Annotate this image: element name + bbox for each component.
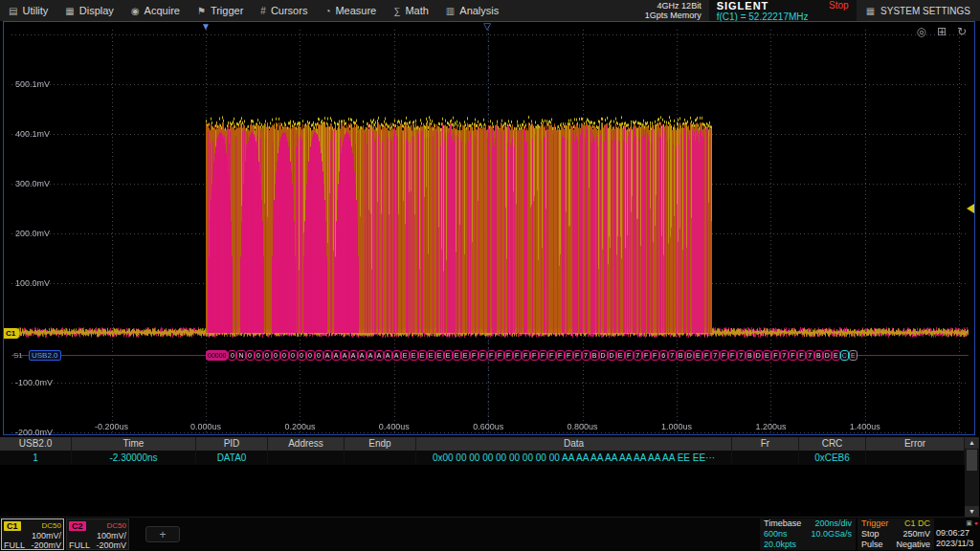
acquisition-status: Stop bbox=[829, 0, 849, 11]
record-icon: ● bbox=[974, 519, 978, 526]
system-settings-label: SYSTEM SETTINGS bbox=[880, 6, 970, 16]
y-axis-label: -200.0mV bbox=[15, 428, 53, 437]
clock-time: 09:06:27 bbox=[936, 528, 978, 539]
x-axis-label: 0.600us bbox=[461, 422, 515, 431]
decode-data-nibble: F bbox=[522, 350, 530, 361]
decode-data-nibble: 0 bbox=[315, 350, 323, 361]
y-axis-label: 400.1mV bbox=[15, 129, 50, 139]
menu-acquire[interactable]: ◉Acquire bbox=[122, 0, 189, 21]
decode-data-nibble: F bbox=[479, 350, 487, 361]
decode-data-nibble: 0 bbox=[263, 350, 272, 361]
expand-icon[interactable]: ⊞ bbox=[937, 26, 947, 37]
channel-box-c2[interactable]: C2 DC50 100mV/ FULL -200mV bbox=[66, 518, 129, 550]
decode-end-field: E bbox=[849, 350, 858, 361]
decode-data-nibble: F bbox=[504, 350, 513, 361]
decode-data-nibble: 6 bbox=[659, 350, 668, 361]
decode-data-nibble: 7 bbox=[634, 350, 642, 361]
decode-data-nibble: B bbox=[814, 350, 823, 361]
trigger-level-marker[interactable] bbox=[967, 204, 974, 213]
channel-offset-marker[interactable]: C1 bbox=[4, 328, 19, 339]
table-cell[interactable] bbox=[345, 451, 416, 465]
decode-data-nibble: F bbox=[556, 350, 565, 361]
decode-data-nibble: B bbox=[746, 350, 754, 361]
trigger-source: C1 DC bbox=[896, 518, 930, 529]
channel-label: C2 bbox=[69, 521, 86, 531]
scrollbar-thumb[interactable] bbox=[967, 450, 977, 471]
decode-data-nibble: 0 bbox=[272, 350, 280, 361]
decode-data-nibble: B bbox=[677, 350, 685, 361]
menu-display[interactable]: ▦Display bbox=[56, 0, 122, 21]
decode-data-nibble: 0 bbox=[246, 350, 255, 361]
table-header-cell: Endp bbox=[345, 437, 416, 451]
x-axis-label: 0.000us bbox=[179, 422, 233, 431]
add-channel-button[interactable]: + bbox=[145, 526, 180, 542]
decode-data-nibble: E bbox=[401, 350, 410, 361]
system-settings-button[interactable]: ▦ SYSTEM SETTINGS bbox=[857, 0, 980, 21]
trigger-slope: Negative bbox=[896, 540, 930, 550]
trigger-position-marker[interactable]: ▼ bbox=[201, 22, 211, 32]
menu-utility[interactable]: ▤Utility bbox=[0, 0, 56, 21]
analysis-icon: ▥ bbox=[446, 6, 455, 16]
x-axis-label: 1.200us bbox=[744, 422, 797, 431]
trigger-icon: ⚑ bbox=[197, 6, 206, 16]
table-cell[interactable]: 1 bbox=[0, 451, 72, 465]
decode-crc-field: C bbox=[840, 350, 849, 361]
decode-data-nibble: E bbox=[616, 350, 625, 361]
menu-analysis[interactable]: ▥Analysis bbox=[437, 0, 507, 21]
decode-data-nibble: 0 bbox=[255, 350, 263, 361]
decode-bubbles: 000000N000000000AAAAAAAAAEEEEEEEEFFFFFFF… bbox=[206, 350, 858, 361]
table-header-cell: Data bbox=[416, 437, 732, 451]
measure-icon: ◔ bbox=[324, 6, 330, 16]
table-scrollbar[interactable]: ▲ ▼ bbox=[965, 437, 979, 518]
menu-item-label: Utility bbox=[22, 5, 48, 16]
channel-box-c1[interactable]: C1 DC50 100mV/ FULL -200mV bbox=[1, 518, 64, 550]
decode-data-nibble: F bbox=[728, 350, 737, 361]
spec-line1: 4GHz 12Bit bbox=[645, 1, 702, 11]
scroll-up-button[interactable]: ▲ bbox=[965, 437, 979, 449]
decode-table: USB2.0TimePIDAddressEndpDataFrCRCError1-… bbox=[0, 437, 965, 465]
waveform-canvas[interactable] bbox=[4, 22, 974, 434]
bus-label: S1 bbox=[13, 351, 23, 360]
menu-item-label: Analysis bbox=[459, 5, 499, 16]
table-cell[interactable] bbox=[268, 451, 345, 465]
table-cell[interactable] bbox=[866, 451, 965, 465]
timebase-samplerate: 10.0GSa/s bbox=[811, 529, 852, 540]
menu-measure[interactable]: ◔Measure bbox=[316, 0, 385, 21]
math-icon: ∑ bbox=[393, 6, 400, 16]
decode-bus-row: S1 USB2.0 000000N000000000AAAAAAAAAEEEEE… bbox=[4, 349, 974, 362]
menu-item-label: Cursors bbox=[271, 5, 308, 16]
decode-data-nibble: F bbox=[565, 350, 573, 361]
trigger-box[interactable]: Trigger Stop Pulse C1 DC 250mV Negative bbox=[858, 518, 934, 550]
timebase-box[interactable]: Timebase 600ns 20.0kpts 200ns/div 10.0GS… bbox=[760, 518, 856, 550]
delay-position-marker[interactable]: ▽ bbox=[483, 22, 491, 32]
cursors-icon: # bbox=[260, 6, 266, 16]
decode-data-nibble: E bbox=[832, 350, 840, 361]
decode-data-nibble: F bbox=[789, 350, 797, 361]
table-header-cell: CRC bbox=[799, 437, 866, 451]
trigger-mode: Stop bbox=[861, 529, 888, 540]
camera-icon[interactable]: ◎ bbox=[916, 26, 925, 37]
menu-math[interactable]: ∑Math bbox=[385, 0, 437, 21]
x-axis-label: 0.200us bbox=[273, 422, 326, 431]
table-cell[interactable]: DATA0 bbox=[196, 451, 268, 465]
decode-data-nibble: F bbox=[720, 350, 728, 361]
rotate-icon[interactable]: ↻ bbox=[957, 26, 967, 37]
table-cell[interactable]: -2.30000ns bbox=[72, 451, 196, 465]
bus-protocol-tag[interactable]: USB2.0 bbox=[29, 350, 61, 361]
decode-data-nibble: A bbox=[375, 350, 384, 361]
display-corner-icons: ◎⊞↻ bbox=[916, 26, 967, 37]
decode-data-nibble: E bbox=[410, 350, 418, 361]
decode-data-nibble: F bbox=[771, 350, 780, 361]
table-cell[interactable]: 0x00 00 00 00 00 00 00 00 00 AA AA AA AA… bbox=[416, 451, 732, 465]
decode-data-nibble: D bbox=[608, 350, 616, 361]
menu-trigger[interactable]: ⚑Trigger bbox=[189, 0, 252, 21]
x-axis-label: 1.400us bbox=[838, 422, 892, 431]
decode-data-nibble: A bbox=[392, 350, 401, 361]
table-cell[interactable] bbox=[732, 451, 799, 465]
table-cell[interactable]: 0xCEB6 bbox=[799, 451, 866, 465]
y-axis-label: 500.1mV bbox=[15, 79, 50, 89]
table-header-cell: Error bbox=[866, 437, 965, 451]
menu-items: ▤Utility▦Display◉Acquire⚑Trigger#Cursors… bbox=[0, 0, 507, 21]
menu-cursors[interactable]: #Cursors bbox=[252, 0, 316, 21]
menu-item-label: Display bbox=[79, 5, 114, 16]
